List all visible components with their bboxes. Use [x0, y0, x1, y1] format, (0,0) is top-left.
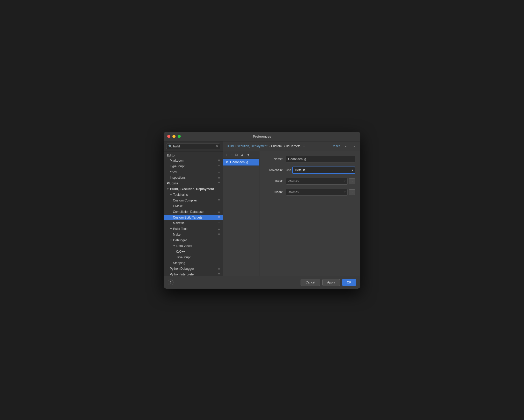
close-button[interactable] — [167, 135, 170, 138]
nav-back-button[interactable]: ← — [343, 144, 349, 149]
settings-icon: ☰ — [218, 159, 220, 162]
reset-button[interactable]: Reset — [330, 144, 341, 148]
sidebar-item-label: Build, Execution, Deployment — [170, 187, 214, 191]
sidebar-item-label: Custom Build Targets — [173, 216, 202, 219]
toolchain-row: Toolchain: Use Default ▾ — [265, 167, 355, 174]
sidebar-item-label: Build Tools — [173, 227, 188, 231]
sidebar-item-label: YAML — [170, 170, 178, 174]
maximize-button[interactable] — [178, 135, 181, 138]
build-label: Build: — [265, 179, 283, 183]
sidebar-item-label: Python Debugger — [170, 267, 194, 271]
sidebar-item-build-exec-deploy[interactable]: ▼ Build, Execution, Deployment — [164, 186, 223, 192]
settings-icon: ☰ — [218, 227, 220, 230]
preferences-window: Preferences 🔍 ✕ Editor Markdown ☰ Typ — [164, 132, 360, 289]
apply-button[interactable]: Apply — [322, 279, 340, 286]
nav-forward-button[interactable]: → — [351, 144, 357, 149]
sidebar-item-stepping[interactable]: Stepping — [164, 260, 223, 266]
settings-icon: ☰ — [218, 205, 220, 207]
move-down-button[interactable]: ▼ — [245, 152, 251, 157]
sidebar-item-label: Compilation Database — [173, 210, 203, 214]
sidebar-item-typescript[interactable]: TypeScript ☰ — [164, 163, 223, 169]
clean-select-wrapper: <None> ▾ ··· — [286, 189, 355, 196]
gear-icon: ⚙ — [226, 160, 229, 164]
settings-icon: ☰ — [218, 216, 220, 219]
help-button[interactable]: ? — [168, 280, 173, 285]
add-item-button[interactable]: + — [225, 152, 229, 157]
sidebar-item-cpp[interactable]: C/C++ — [164, 249, 223, 254]
minimize-button[interactable] — [172, 135, 176, 138]
sidebar-item-label: Debugger — [173, 238, 187, 242]
sidebar-item-plugins[interactable]: Plugins ☰ — [164, 181, 223, 186]
search-clear-icon[interactable]: ✕ — [216, 145, 218, 148]
clean-row: Clean: <None> ▾ ··· — [265, 189, 355, 196]
list-item-label: Godot debug — [230, 160, 248, 164]
sidebar-list: Editor Markdown ☰ TypeScript ☰ YAML ☰ In… — [164, 152, 223, 276]
sidebar-item-label: Makefile — [173, 221, 185, 225]
items-list-panel: + − ⧉ ▲ ▼ ⚙ Godot debug — [223, 151, 259, 276]
sidebar-item-label: JavaScript — [176, 256, 191, 259]
sidebar-item-compilation-database[interactable]: Compilation Database ☰ — [164, 209, 223, 215]
ok-button[interactable]: OK — [342, 279, 356, 286]
traffic-lights — [167, 135, 181, 138]
cancel-button[interactable]: Cancel — [301, 279, 320, 286]
sidebar-item-javascript[interactable]: JavaScript — [164, 254, 223, 260]
settings-icon: ☰ — [218, 176, 220, 179]
chevron-down-icon: ▼ — [167, 188, 169, 190]
sidebar-item-toolchains[interactable]: ▼ Toolchains — [164, 192, 223, 198]
sidebar-item-build-tools[interactable]: ▼ Build Tools ☰ — [164, 226, 223, 232]
sidebar: 🔍 ✕ Editor Markdown ☰ TypeScript ☰ YAML — [164, 141, 223, 276]
sidebar-item-label: Data Views — [176, 244, 192, 248]
sidebar-item-yaml[interactable]: YAML ☰ — [164, 169, 223, 175]
sidebar-item-python-interpreter[interactable]: Python Interpreter ☰ — [164, 272, 223, 276]
toolchain-select-wrapper: Use Default ▾ — [286, 167, 355, 174]
settings-icon: ☰ — [218, 170, 220, 173]
remove-item-button[interactable]: − — [229, 152, 234, 157]
items-panel: + − ⧉ ▲ ▼ ⚙ Godot debug — [223, 151, 360, 276]
clean-select[interactable]: <None> — [286, 189, 348, 196]
sidebar-item-python-debugger[interactable]: Python Debugger ☰ — [164, 266, 223, 272]
items-toolbar: + − ⧉ ▲ ▼ — [223, 151, 259, 159]
sidebar-item-makefile[interactable]: Makefile ☰ — [164, 220, 223, 226]
settings-icon: ☰ — [218, 199, 220, 202]
settings-icon: ☰ — [218, 233, 220, 236]
breadcrumb: Build, Execution, Deployment › Custom Bu… — [227, 144, 330, 148]
name-input[interactable] — [286, 156, 355, 162]
settings-icon: ☰ — [218, 182, 220, 185]
titlebar: Preferences — [164, 132, 360, 141]
sidebar-item-label: Plugins — [167, 182, 178, 185]
sidebar-item-cmake[interactable]: CMake ☰ — [164, 203, 223, 209]
footer-left: ? — [168, 280, 173, 285]
main-content: 🔍 ✕ Editor Markdown ☰ TypeScript ☰ YAML — [164, 141, 360, 276]
sidebar-item-label: Make — [173, 233, 180, 236]
chevron-down-icon: ▼ — [170, 228, 172, 230]
sidebar-item-label: CMake — [173, 204, 183, 208]
sidebar-item-custom-build-targets[interactable]: Custom Build Targets ☰ — [164, 215, 223, 220]
settings-icon: ☰ — [218, 273, 220, 276]
sidebar-item-make[interactable]: Make ☰ — [164, 232, 223, 237]
sidebar-item-label: C/C++ — [176, 250, 185, 253]
items-list: ⚙ Godot debug — [223, 159, 259, 276]
toolchain-select[interactable]: Default — [292, 167, 355, 174]
clean-label: Clean: — [265, 190, 283, 194]
search-box: 🔍 ✕ — [164, 141, 223, 152]
sidebar-item-data-views[interactable]: ▼ Data Views — [164, 243, 223, 249]
move-up-button[interactable]: ▲ — [239, 152, 245, 157]
build-row: Build: <None> ▾ ··· — [265, 178, 355, 185]
sidebar-item-custom-compiler[interactable]: Custom Compiler ☰ — [164, 198, 223, 203]
search-icon: 🔍 — [168, 145, 172, 148]
settings-icon: ☰ — [218, 210, 220, 213]
sidebar-item-debugger[interactable]: ▼ Debugger — [164, 237, 223, 243]
build-select[interactable]: <None> — [286, 178, 348, 185]
footer: ? Cancel Apply OK — [164, 276, 360, 289]
search-input[interactable] — [173, 145, 209, 148]
breadcrumb-parent[interactable]: Build, Execution, Deployment — [227, 144, 267, 148]
list-item[interactable]: ⚙ Godot debug — [223, 159, 259, 166]
clean-browse-button[interactable]: ··· — [349, 189, 355, 195]
sidebar-item-inspections[interactable]: Inspections ☰ — [164, 175, 223, 181]
toolchain-label: Toolchain: — [265, 168, 283, 172]
name-row: Name: — [265, 156, 355, 162]
sidebar-item-markdown[interactable]: Markdown ☰ — [164, 158, 223, 163]
settings-icon: ☰ — [218, 267, 220, 270]
copy-item-button[interactable]: ⧉ — [234, 152, 239, 158]
build-browse-button[interactable]: ··· — [349, 178, 355, 184]
